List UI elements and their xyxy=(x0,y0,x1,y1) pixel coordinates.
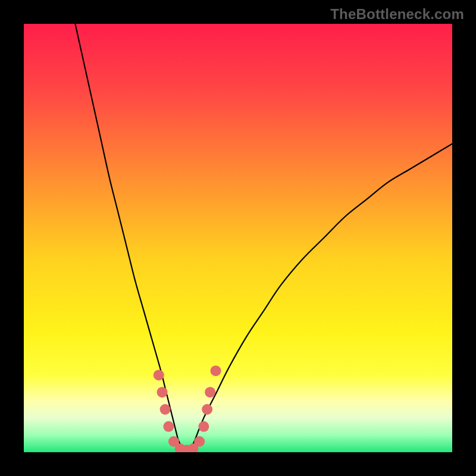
watermark-text: TheBottleneck.com xyxy=(330,6,464,23)
plot-area xyxy=(24,24,452,452)
svg-rect-0 xyxy=(24,24,452,452)
background-gradient xyxy=(24,24,452,452)
chart-frame: TheBottleneck.com xyxy=(0,0,476,476)
